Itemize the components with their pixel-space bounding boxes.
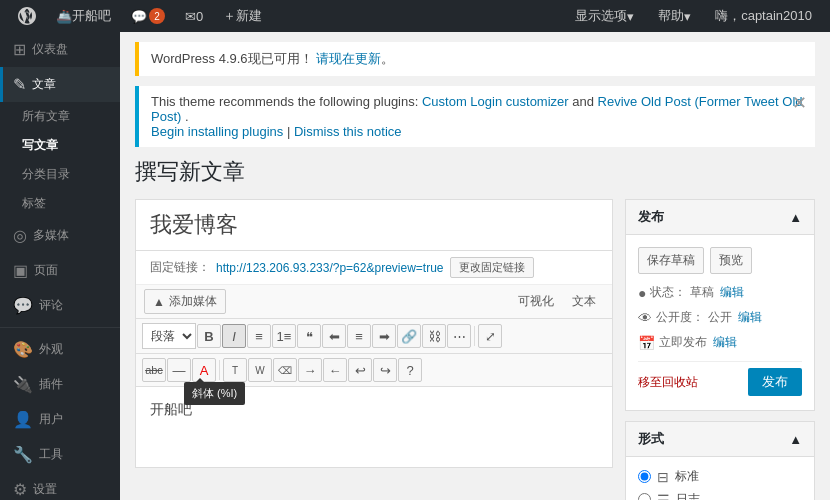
publish-box-header[interactable]: 发布 ▲	[626, 200, 814, 235]
publish-box-content: 保存草稿 预览 ● 状态： 草稿 编辑 👁 公开度： 公开	[626, 235, 814, 410]
dashboard-icon: ⊞	[13, 40, 26, 59]
link-button[interactable]: 🔗	[397, 324, 421, 348]
visibility-row: 👁 公开度： 公开 编辑	[638, 305, 802, 330]
undo-button[interactable]: ↩	[348, 358, 372, 382]
sidebar-item-comments[interactable]: 💬 评论	[0, 288, 120, 323]
post-title-input[interactable]	[136, 200, 612, 251]
schedule-row: 📅 立即发布 编辑	[638, 330, 802, 355]
horizontal-rule-button[interactable]: —	[167, 358, 191, 382]
align-right-button[interactable]: ➡	[372, 324, 396, 348]
aside-icon: ☰	[657, 492, 670, 501]
format-option-standard[interactable]: ⊟ 标准	[638, 465, 802, 488]
permalink-url[interactable]: http://123.206.93.233/?p=62&preview=true	[216, 261, 444, 275]
save-draft-button[interactable]: 保存草稿	[638, 247, 704, 274]
update-notice: WordPress 4.9.6现已可用！ 请现在更新。	[135, 42, 815, 76]
appearance-icon: 🎨	[13, 340, 33, 359]
update-link[interactable]: 请现在更新	[316, 51, 381, 66]
align-left-button[interactable]: ⬅	[322, 324, 346, 348]
messages-button[interactable]: ✉ 0	[175, 0, 213, 32]
preview-button[interactable]: 预览	[710, 247, 752, 274]
new-post-button[interactable]: ＋ 新建	[213, 0, 272, 32]
publish-collapse-icon: ▲	[789, 210, 802, 225]
format-box-header[interactable]: 形式 ▲	[626, 422, 814, 457]
sidebar-item-posts[interactable]: ✎ 文章	[0, 67, 120, 102]
strikethrough-button[interactable]: abc	[142, 358, 166, 382]
unordered-list-button[interactable]: ≡	[247, 324, 271, 348]
submenu-tags[interactable]: 标签	[0, 189, 120, 218]
submenu-categories[interactable]: 分类目录	[0, 160, 120, 189]
insert-more-button[interactable]: ⋯	[447, 324, 471, 348]
help-button[interactable]: 帮助 ▾	[648, 0, 701, 32]
plugin-link-1[interactable]: Custom Login customizer	[422, 94, 569, 109]
italic-tooltip: 斜体 (%I)	[184, 382, 245, 405]
sidebar-item-pages[interactable]: ▣ 页面	[0, 253, 120, 288]
bold-button[interactable]: B	[197, 324, 221, 348]
sidebar-item-plugins[interactable]: 🔌 插件	[0, 367, 120, 402]
user-account[interactable]: 嗨，captain2010	[705, 0, 822, 32]
format-option-aside[interactable]: ☰ 日志	[638, 488, 802, 500]
change-permalink-button[interactable]: 更改固定链接	[450, 257, 534, 278]
fullscreen-button[interactable]: ⤢	[478, 324, 502, 348]
tab-text[interactable]: 文本	[564, 290, 604, 313]
submenu-all-posts[interactable]: 所有文章	[0, 102, 120, 131]
status-icon: ●	[638, 285, 646, 301]
add-media-icon: ▲	[153, 295, 165, 309]
format-collapse-icon: ▲	[789, 432, 802, 447]
format-radio-aside[interactable]	[638, 493, 651, 500]
sidebar-item-tools[interactable]: 🔧 工具	[0, 437, 120, 472]
install-plugins-link[interactable]: Begin installing plugins	[151, 124, 283, 139]
paste-word-button[interactable]: W	[248, 358, 272, 382]
publish-box: 发布 ▲ 保存草稿 预览 ● 状态： 草稿 编辑	[625, 199, 815, 411]
admin-bar: 🚢 开船吧 💬 2 ✉ 0 ＋ 新建 显示选项 ▾ 帮助 ▾ 嗨，captain…	[0, 0, 830, 32]
comments-button[interactable]: 💬 2	[121, 0, 175, 32]
sidebar-item-users[interactable]: 👤 用户	[0, 402, 120, 437]
publish-sidebar: 发布 ▲ 保存草稿 预览 ● 状态： 草稿 编辑	[625, 199, 815, 500]
dismiss-notice-link[interactable]: Dismiss this notice	[294, 124, 402, 139]
blockquote-button[interactable]: ❝	[297, 324, 321, 348]
align-center-button[interactable]: ≡	[347, 324, 371, 348]
settings-icon: ⚙	[13, 480, 27, 499]
publish-actions: 移至回收站 发布	[638, 361, 802, 402]
wp-logo-button[interactable]	[8, 0, 46, 32]
add-media-button[interactable]: ▲ 添加媒体	[144, 289, 226, 314]
format-box: 形式 ▲ ⊟ 标准 ☰ 日志	[625, 421, 815, 500]
admin-sidebar: ⊞ 仪表盘 ✎ 文章 所有文章 写文章 分类目录 标签 ◎ 多媒体 ▣ 页面 💬	[0, 32, 120, 500]
unlink-button[interactable]: ⛓	[422, 324, 446, 348]
format-radio-standard[interactable]	[638, 470, 651, 483]
clear-format-button[interactable]: ⌫	[273, 358, 297, 382]
outdent-button[interactable]: ←	[323, 358, 347, 382]
plugins-icon: 🔌	[13, 375, 33, 394]
tools-icon: 🔧	[13, 445, 33, 464]
submenu-write-post[interactable]: 写文章	[0, 131, 120, 160]
media-icon: ◎	[13, 226, 27, 245]
visibility-icon: 👁	[638, 310, 652, 326]
status-edit-link[interactable]: 编辑	[720, 284, 744, 301]
sidebar-item-settings[interactable]: ⚙ 设置	[0, 472, 120, 500]
sidebar-item-media[interactable]: ◎ 多媒体	[0, 218, 120, 253]
editor-tabs-bar: ▲ 添加媒体 可视化 文本	[136, 285, 612, 319]
keyboard-shortcuts-button[interactable]: ?	[398, 358, 422, 382]
tab-visual[interactable]: 可视化	[510, 290, 562, 313]
sidebar-item-appearance[interactable]: 🎨 外观	[0, 332, 120, 367]
site-name-button[interactable]: 🚢 开船吧	[46, 0, 121, 32]
ordered-list-button[interactable]: 1≡	[272, 324, 296, 348]
paste-text-button[interactable]: T	[223, 358, 247, 382]
schedule-icon: 📅	[638, 335, 655, 351]
pages-icon: ▣	[13, 261, 28, 280]
posts-icon: ✎	[13, 75, 26, 94]
redo-button[interactable]: ↪	[373, 358, 397, 382]
sidebar-item-dashboard[interactable]: ⊞ 仪表盘	[0, 32, 120, 67]
indent-button[interactable]: →	[298, 358, 322, 382]
display-options-button[interactable]: 显示选项 ▾	[565, 0, 644, 32]
schedule-edit-link[interactable]: 编辑	[713, 334, 737, 351]
publish-button[interactable]: 发布	[748, 368, 802, 396]
format-select[interactable]: 段落	[142, 323, 196, 349]
visibility-edit-link[interactable]: 编辑	[738, 309, 762, 326]
editor-toolbar-2: abc — A T W ⌫ → ← ↩ ↪ ? 斜体 (%I)	[136, 354, 612, 387]
editor-toolbar-1: 段落 B I ≡ 1≡ ❝ ⬅ ≡ ➡ 🔗 ⛓ ⋯ ⤢	[136, 319, 612, 354]
move-to-trash-link[interactable]: 移至回收站	[638, 374, 698, 391]
notice-close-button[interactable]: ✕	[792, 94, 807, 112]
main-content: WordPress 4.9.6现已可用！ 请现在更新。 ✕ This theme…	[120, 32, 830, 500]
italic-button[interactable]: I	[222, 324, 246, 348]
toolbar-separator	[474, 326, 475, 346]
